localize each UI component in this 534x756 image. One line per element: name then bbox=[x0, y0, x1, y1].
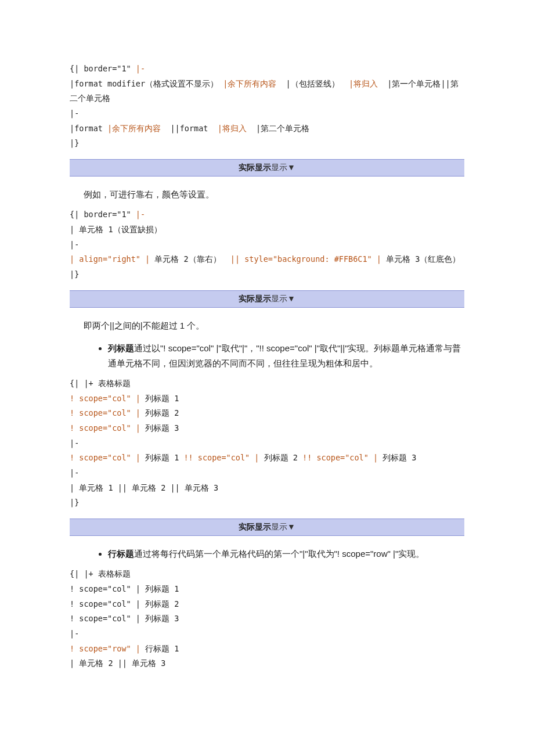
code-text: {| |+ 表格标题 ! scope="col" | 列标题 1 ! scope… bbox=[70, 569, 179, 668]
banner-norm: 显示▼ bbox=[271, 163, 295, 172]
bullet-list-2: 行标题通过将每行代码第一个单元格代码的第一个"|"取代为"! scope="ro… bbox=[70, 546, 464, 561]
list-item: 行标题通过将每行代码第一个单元格代码的第一个"|"取代为"! scope="ro… bbox=[108, 546, 464, 561]
bullet-list-1: 列标题通过以"! scope="col" |"取代"|"，"!! scope="… bbox=[70, 341, 464, 370]
page-content: {| border="1" |- |format modifier（格式设置不显… bbox=[0, 0, 534, 700]
banner-bold: 实际显示 bbox=[239, 163, 271, 172]
code-text: {| border="1" |- | 单元格 1（设置缺损） |- | alig… bbox=[70, 210, 460, 279]
list-text: 通过以"! scope="col" |"取代"|"，"!! scope="col… bbox=[108, 343, 461, 368]
banner-bold: 实际显示 bbox=[239, 522, 271, 531]
code-block-2: {| border="1" |- | 单元格 1（设置缺损） |- | alig… bbox=[70, 207, 464, 282]
code-text: {| border="1" |- |format modifier（格式设置不显… bbox=[70, 64, 459, 147]
banner-norm: 显示▼ bbox=[271, 294, 295, 303]
banner-norm: 显示▼ bbox=[271, 522, 295, 531]
actual-display-banner[interactable]: 实际显示显示▼ bbox=[70, 159, 464, 177]
list-item: 列标题通过以"! scope="col" |"取代"|"，"!! scope="… bbox=[108, 341, 464, 370]
code-block-4: {| |+ 表格标题 ! scope="col" | 列标题 1 ! scope… bbox=[70, 567, 464, 671]
term-col-header: 列标题 bbox=[108, 343, 134, 353]
actual-display-banner[interactable]: 实际显示显示▼ bbox=[70, 519, 464, 536]
banner-bold: 实际显示 bbox=[239, 294, 271, 303]
code-block-1: {| border="1" |- |format modifier（格式设置不显… bbox=[70, 62, 464, 151]
actual-display-banner[interactable]: 实际显示显示▼ bbox=[70, 290, 464, 308]
paragraph-limit: 即两个||之间的|不能超过 1 个。 bbox=[84, 318, 464, 333]
code-text: {| |+ 表格标题 ! scope="col" | 列标题 1 ! scope… bbox=[70, 379, 416, 507]
code-block-3: {| |+ 表格标题 ! scope="col" | 列标题 1 ! scope… bbox=[70, 376, 464, 510]
paragraph-example: 例如，可进行靠右，颜色等设置。 bbox=[84, 187, 464, 202]
list-text: 通过将每行代码第一个单元格代码的第一个"|"取代为"! scope="row" … bbox=[134, 549, 424, 559]
term-row-header: 行标题 bbox=[108, 549, 134, 559]
